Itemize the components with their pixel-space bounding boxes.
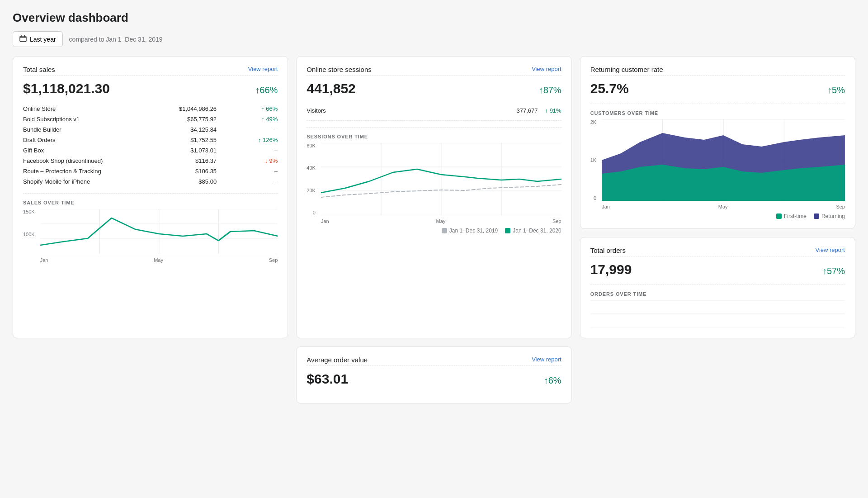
- legend-label-firsttime: First-time: [784, 213, 807, 219]
- total-orders-card: Total orders View report 17,999 ↑57% ORD…: [580, 237, 855, 338]
- bottom-left-spacer: [13, 346, 288, 403]
- sessions-change: ↑87%: [539, 85, 561, 95]
- sessions-view-report[interactable]: View report: [532, 66, 561, 72]
- total-sales-breakdown-table: Online Store$1,044,986.26↑ 66%Bold Subsc…: [23, 104, 278, 187]
- returning-rate-change: ↑5%: [827, 85, 845, 95]
- legend-2020: Jan 1–Dec 31, 2020: [505, 228, 561, 234]
- avg-order-card: Average order value View report $63.01 ↑…: [296, 346, 571, 403]
- orders-over-time-label: ORDERS OVER TIME: [590, 285, 845, 297]
- breakdown-row-name: Route – Protection & Tracking: [23, 166, 145, 176]
- breakdown-row-value: $85.00: [145, 176, 217, 187]
- returning-rate-title: Returning customer rate: [590, 66, 663, 73]
- breakdown-row-change: –: [217, 166, 278, 176]
- breakdown-row: Facebook Shop (discontinued)$116.37↓ 9%: [23, 156, 278, 166]
- legend-returning: Returning: [814, 213, 845, 219]
- avg-order-value: $63.01: [307, 371, 348, 387]
- total-orders-change: ↑57%: [822, 266, 845, 276]
- right-column: Returning customer rate 25.7% ↑5% CUSTOM…: [580, 56, 855, 338]
- total-sales-view-report[interactable]: View report: [248, 66, 278, 72]
- calendar-icon: [19, 35, 27, 43]
- total-sales-card: Total sales View report $1,118,021.30 ↑6…: [13, 56, 288, 338]
- date-range-button[interactable]: Last year: [13, 31, 63, 47]
- date-range-label: Last year: [30, 36, 56, 43]
- returning-rate-header: Returning customer rate: [590, 66, 845, 73]
- sessions-metric-row: 441,852 ↑87%: [307, 81, 561, 96]
- compare-text: compared to Jan 1–Dec 31, 2019: [69, 36, 163, 43]
- total-orders-value: 17,999: [590, 262, 632, 277]
- returning-rate-divider: [590, 75, 845, 76]
- breakdown-row-name: Bundle Builder: [23, 124, 145, 135]
- customers-over-time-label: CUSTOMERS OVER TIME: [590, 104, 845, 116]
- legend-label-returning: Returning: [821, 213, 845, 219]
- breakdown-row-name: Draft Orders: [23, 135, 145, 145]
- total-sales-header: Total sales View report: [23, 66, 278, 73]
- orders-chart: [590, 300, 845, 327]
- sessions-title: Online store sessions: [307, 66, 371, 73]
- breakdown-row-value: $1,752.55: [145, 135, 217, 145]
- breakdown-row: Online Store$1,044,986.26↑ 66%: [23, 104, 278, 114]
- returning-rate-metric-row: 25.7% ↑5%: [590, 81, 845, 96]
- sales-y-100k: 100K: [23, 232, 35, 237]
- avg-order-title: Average order value: [307, 356, 368, 364]
- visitors-value: 377,677: [517, 107, 538, 114]
- sales-y-150k: 150K: [23, 209, 35, 214]
- breakdown-row: Gift Box$1,073.01–: [23, 145, 278, 156]
- breakdown-row-value: $106.35: [145, 166, 217, 176]
- svg-marker-22: [602, 165, 845, 201]
- breakdown-row-value: $4,125.84: [145, 124, 217, 135]
- breakdown-row-change: ↑ 49%: [217, 114, 278, 124]
- breakdown-row-change: ↑ 66%: [217, 104, 278, 114]
- total-orders-metric-row: 17,999 ↑57%: [590, 262, 845, 277]
- legend-dot-2019: [442, 228, 447, 233]
- sales-x-labels: Jan May Sep: [40, 257, 278, 263]
- sessions-value: 441,852: [307, 81, 355, 96]
- avg-order-header: Average order value View report: [307, 356, 561, 364]
- legend-2019: Jan 1–Dec 31, 2019: [442, 228, 498, 234]
- customers-chart: [602, 119, 845, 201]
- customers-legend: First-time Returning: [590, 213, 845, 219]
- avg-order-divider: [307, 365, 561, 366]
- svg-rect-0: [20, 36, 26, 42]
- sales-chart: [40, 209, 278, 254]
- returning-rate-card: Returning customer rate 25.7% ↑5% CUSTOM…: [580, 56, 855, 229]
- legend-label-2019: Jan 1–Dec 31, 2019: [449, 228, 498, 234]
- breakdown-row: Draft Orders$1,752.55↑ 126%: [23, 135, 278, 145]
- page-title: Overview dashboard: [13, 11, 855, 25]
- breakdown-row-name: Shopify Mobile for iPhone: [23, 176, 145, 187]
- sales-over-time-label: SALES OVER TIME: [23, 193, 278, 205]
- breakdown-row-name: Gift Box: [23, 145, 145, 156]
- breakdown-row-name: Online Store: [23, 104, 145, 114]
- total-orders-header: Total orders View report: [590, 247, 845, 254]
- avg-order-view-report[interactable]: View report: [532, 356, 561, 363]
- sessions-divider: [307, 75, 561, 76]
- total-orders-view-report[interactable]: View report: [815, 247, 845, 253]
- breakdown-row-value: $1,044,986.26: [145, 104, 217, 114]
- legend-dot-firsttime: [776, 213, 782, 219]
- header-bar: Last year compared to Jan 1–Dec 31, 2019: [13, 31, 855, 47]
- total-sales-value: $1,118,021.30: [23, 81, 110, 96]
- breakdown-row: Route – Protection & Tracking$106.35–: [23, 166, 278, 176]
- bottom-grid: Average order value View report $63.01 ↑…: [13, 346, 855, 403]
- breakdown-row-value: $65,775.92: [145, 114, 217, 124]
- sessions-over-time-label: SESSIONS OVER TIME: [307, 127, 561, 139]
- online-sessions-card: Online store sessions View report 441,85…: [296, 56, 571, 338]
- breakdown-row-name: Bold Subscriptions v1: [23, 114, 145, 124]
- breakdown-row-value: $1,073.01: [145, 145, 217, 156]
- breakdown-row-change: –: [217, 145, 278, 156]
- legend-firsttime: First-time: [776, 213, 807, 219]
- total-sales-title: Total sales: [23, 66, 55, 73]
- legend-dot-returning: [814, 213, 819, 219]
- total-sales-change: ↑66%: [255, 85, 278, 95]
- breakdown-row: Shopify Mobile for iPhone$85.00–: [23, 176, 278, 187]
- breakdown-row-change: ↑ 126%: [217, 135, 278, 145]
- breakdown-row-change: ↓ 9%: [217, 156, 278, 166]
- dashboard-page: Overview dashboard Last year compared to…: [0, 0, 868, 414]
- avg-order-metric-row: $63.01 ↑6%: [307, 371, 561, 387]
- total-orders-divider: [590, 256, 845, 256]
- sessions-x-labels: Jan May Sep: [321, 218, 561, 224]
- sessions-chart: [321, 143, 561, 215]
- breakdown-row: Bundle Builder$4,125.84–: [23, 124, 278, 135]
- breakdown-row: Bold Subscriptions v1$65,775.92↑ 49%: [23, 114, 278, 124]
- bottom-right-spacer: [580, 346, 855, 403]
- total-sales-metric-row: $1,118,021.30 ↑66%: [23, 81, 278, 96]
